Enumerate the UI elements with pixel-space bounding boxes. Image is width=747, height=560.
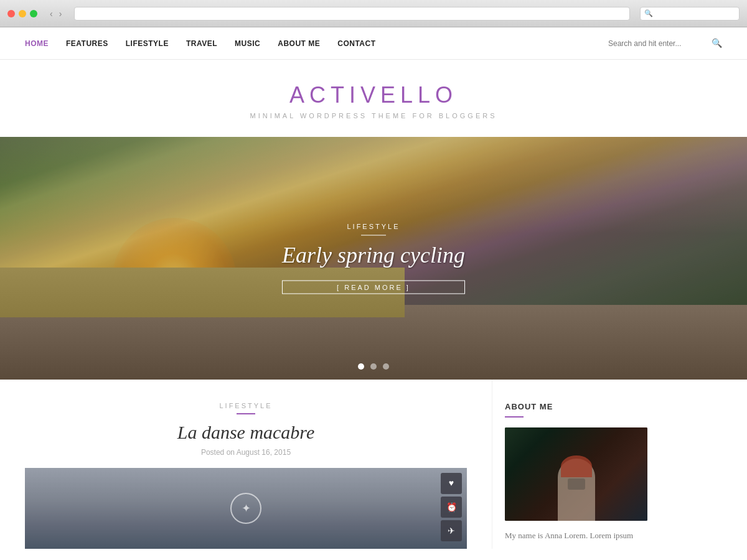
site-search: 🔍	[608, 38, 722, 49]
nav-travel[interactable]: TRAVEL	[186, 39, 217, 48]
post-category-line	[237, 413, 255, 414]
address-bar[interactable]	[74, 7, 630, 21]
site-header: HOME FEATURES LIFESTYLE TRAVEL MUSIC ABO…	[0, 27, 747, 60]
thumb-watermark-icon: ✦	[230, 493, 261, 524]
post-title: La danse macabre	[25, 422, 467, 443]
mac-titlebar: ‹ › 🔍	[0, 0, 747, 27]
nav-music[interactable]: MUSIC	[235, 39, 260, 48]
brand-title: ACTIVELLO	[0, 82, 747, 108]
about-me-title-line	[505, 416, 524, 418]
nav-features[interactable]: FEATURES	[66, 39, 108, 48]
post-date: Posted on August 16, 2015	[25, 448, 467, 457]
thumb-actions: ♥ ⏰ ✈	[441, 473, 462, 541]
sidebar: ABOUT ME My name is Anna Lorem. Lorem ip…	[492, 380, 666, 549]
nav-home[interactable]: HOME	[25, 39, 49, 48]
website-content: HOME FEATURES LIFESTYLE TRAVEL MUSIC ABO…	[0, 27, 747, 560]
site-nav: HOME FEATURES LIFESTYLE TRAVEL MUSIC ABO…	[25, 39, 376, 48]
post-thumbnail: ✦ ♥ ⏰ ✈	[25, 468, 467, 549]
nav-contact[interactable]: CONTACT	[337, 39, 375, 48]
nav-about[interactable]: ABOUT ME	[278, 39, 320, 48]
hero-read-more-button[interactable]: [ READ MORE ]	[282, 281, 465, 294]
slider-dot-1[interactable]	[358, 363, 364, 370]
forward-button[interactable]: ›	[57, 7, 65, 20]
bookmark-button[interactable]: ⏰	[441, 497, 462, 518]
slider-dots	[358, 363, 389, 370]
about-photo	[505, 427, 647, 521]
hero-content: LIFESTYLE Early spring cycling [ READ MO…	[282, 223, 465, 294]
close-button[interactable]	[7, 10, 15, 17]
brand-area: ACTIVELLO MINIMAL WORDPRESS THEME FOR BL…	[0, 60, 747, 137]
like-button[interactable]: ♥	[441, 473, 462, 494]
hero-slider: LIFESTYLE Early spring cycling [ READ MO…	[0, 137, 747, 380]
search-input[interactable]	[608, 39, 708, 48]
about-me-title: ABOUT ME	[505, 402, 647, 411]
slider-dot-2[interactable]	[370, 363, 377, 370]
browser-nav-arrows: ‹ ›	[47, 7, 64, 20]
post-category-label: LIFESTYLE	[25, 402, 467, 409]
maximize-button[interactable]	[30, 10, 37, 17]
about-text: My name is Anna Lorem. Lorem ipsum	[505, 530, 647, 543]
hero-category: LIFESTYLE	[282, 223, 465, 230]
search-icon[interactable]: 🔍	[712, 38, 722, 49]
traffic-lights	[7, 10, 37, 17]
browser-search-box[interactable]: 🔍	[640, 7, 740, 21]
nav-lifestyle[interactable]: LIFESTYLE	[126, 39, 169, 48]
slider-dot-3[interactable]	[383, 363, 389, 370]
minimize-button[interactable]	[19, 10, 26, 17]
brand-subtitle: MINIMAL WORDPRESS THEME FOR BLOGGERS	[0, 112, 747, 119]
share-button[interactable]: ✈	[441, 520, 462, 541]
hero-title: Early spring cycling	[282, 242, 465, 268]
back-button[interactable]: ‹	[47, 7, 55, 20]
posts-column: LIFESTYLE La danse macabre Posted on Aug…	[0, 380, 492, 549]
hero-divider	[361, 235, 386, 236]
main-content: LIFESTYLE La danse macabre Posted on Aug…	[0, 380, 747, 549]
